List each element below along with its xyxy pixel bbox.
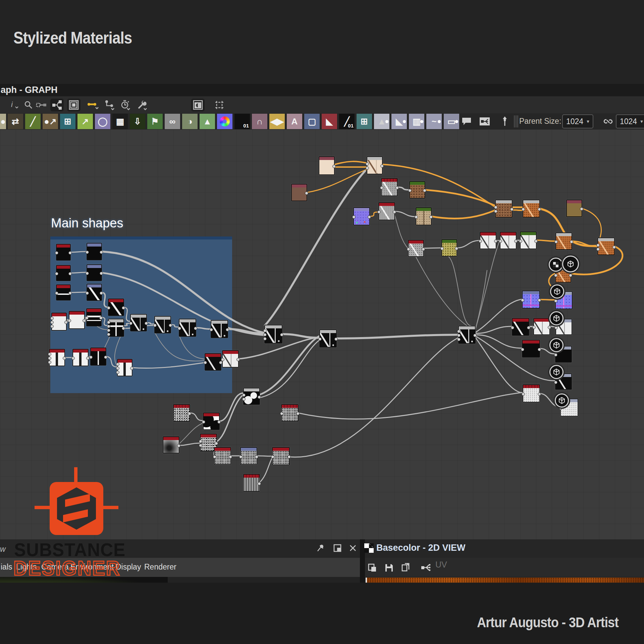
graph-node-bdiag[interactable] [87, 284, 102, 301]
node-port[interactable] [538, 299, 541, 302]
output-3d-cube-icon[interactable] [555, 393, 569, 408]
node-port[interactable] [263, 333, 267, 336]
graph-node-khaki[interactable] [566, 200, 582, 217]
graph-node-noise[interactable] [173, 404, 190, 422]
graph-node-wsplit[interactable] [49, 349, 65, 366]
graph-node-wsplit[interactable] [72, 349, 89, 366]
node-port[interactable] [104, 356, 107, 359]
graph-node-w[interactable] [69, 311, 85, 329]
node-port[interactable] [202, 420, 205, 424]
grid-node-icon[interactable]: ▦ [112, 114, 128, 129]
graph-node-xform[interactable] [179, 319, 196, 337]
dither-01-node-icon[interactable]: 01 [234, 114, 250, 129]
histogram-node-icon[interactable]: ▲ [200, 114, 215, 129]
node-port[interactable] [569, 274, 572, 277]
node-port[interactable] [86, 272, 89, 275]
graph-node-xform[interactable] [154, 316, 171, 333]
node-port[interactable] [100, 272, 103, 275]
bucket-node-icon[interactable]: ◣ [322, 114, 337, 129]
curve-node-icon[interactable]: ╱ [25, 114, 41, 129]
node-port[interactable] [48, 357, 51, 360]
node-port[interactable] [68, 319, 71, 322]
node-port[interactable] [85, 316, 89, 320]
node-port[interactable] [499, 239, 502, 243]
node-port[interactable] [554, 326, 558, 329]
link-dots-node-icon[interactable]: ∞ [165, 114, 180, 129]
parent-size-dropdown[interactable]: 1024▾ [562, 114, 593, 128]
graph-node-swoosh[interactable] [203, 413, 220, 430]
pins-node-icon[interactable]: ⚑ [147, 114, 163, 129]
node-port[interactable] [217, 420, 221, 424]
node-port[interactable] [68, 251, 72, 255]
node-port[interactable] [332, 165, 336, 168]
node-port[interactable] [538, 392, 541, 396]
gradient-dot-node-icon[interactable]: ▥ [409, 114, 424, 129]
node-port[interactable] [64, 321, 68, 324]
node-port[interactable] [334, 337, 338, 341]
down-arrow-node-icon[interactable]: ⇩ [130, 114, 145, 129]
graph-node-orange[interactable] [555, 232, 572, 250]
circle-node-icon[interactable]: ◯ [95, 114, 110, 129]
graph-node-k[interactable] [522, 340, 540, 358]
node-port[interactable] [50, 321, 54, 324]
node-port[interactable] [511, 326, 514, 329]
frame-icon[interactable] [213, 99, 226, 111]
wave-dot-node-icon[interactable]: ~ [426, 114, 442, 129]
node-port[interactable] [455, 247, 458, 250]
node-port[interactable] [263, 329, 267, 332]
node-port[interactable] [48, 361, 51, 364]
graph-node-orange[interactable] [597, 237, 615, 255]
node-port[interactable] [473, 334, 477, 337]
ruler-arrow-node-icon[interactable]: ↗ [77, 114, 93, 129]
node-port[interactable] [408, 189, 412, 192]
graph-node-swirl[interactable] [243, 388, 260, 405]
layers-icon[interactable] [67, 99, 80, 111]
search-icon[interactable] [21, 99, 35, 111]
node-port[interactable] [548, 326, 551, 329]
pin-icon[interactable] [497, 114, 513, 129]
node-port[interactable] [50, 325, 54, 328]
node-port[interactable] [395, 186, 399, 190]
node-port[interactable] [100, 291, 103, 295]
node-port[interactable] [519, 239, 522, 243]
node-port[interactable] [296, 412, 300, 415]
node-port[interactable] [534, 239, 538, 243]
half-circle-node-icon[interactable]: ◑ [182, 114, 198, 129]
node-port[interactable] [457, 334, 461, 337]
cracks-node-icon[interactable]: ⊞ [60, 114, 75, 129]
node-port[interactable] [236, 358, 240, 361]
node-port[interactable] [538, 208, 541, 211]
node-port[interactable] [255, 455, 258, 459]
selection-node-icon[interactable]: ▢ [304, 114, 320, 129]
mirror-node-icon[interactable]: ◀▶ [269, 114, 285, 129]
node-port[interactable] [129, 322, 132, 325]
node-port[interactable] [83, 319, 86, 322]
node-port[interactable] [116, 367, 119, 370]
node-port[interactable] [239, 455, 243, 459]
node-port[interactable] [429, 215, 433, 219]
node-port[interactable] [63, 357, 66, 360]
blob-node-icon[interactable]: ● [0, 114, 6, 129]
node-port[interactable] [494, 206, 497, 209]
node-port[interactable] [423, 189, 426, 192]
save-icon[interactable] [382, 561, 396, 575]
graph-node-wdiag[interactable] [480, 232, 496, 249]
shuffle-node-icon[interactable]: ⇄ [8, 114, 23, 129]
node-port[interactable] [71, 357, 75, 360]
node-port[interactable] [50, 317, 54, 320]
graph-node-graytex[interactable] [378, 202, 395, 220]
rect-dot-node-icon[interactable]: ▭ [444, 114, 459, 129]
node-port[interactable] [318, 337, 322, 341]
graph-node-graytex[interactable] [381, 178, 398, 196]
bucket-dot-node-icon[interactable]: ◣ [391, 114, 407, 129]
node-port[interactable] [271, 455, 274, 459]
color-ring-node-icon[interactable] [217, 114, 232, 129]
node-port[interactable] [554, 381, 557, 384]
node-port[interactable] [538, 348, 541, 351]
output-size-dropdown[interactable]: 1024▾ [616, 114, 644, 128]
node-port[interactable] [68, 272, 72, 275]
node-port[interactable] [280, 412, 283, 415]
graph-node-xform[interactable] [130, 314, 147, 331]
graph-node-orange[interactable] [523, 200, 540, 218]
node-port[interactable] [242, 393, 246, 397]
